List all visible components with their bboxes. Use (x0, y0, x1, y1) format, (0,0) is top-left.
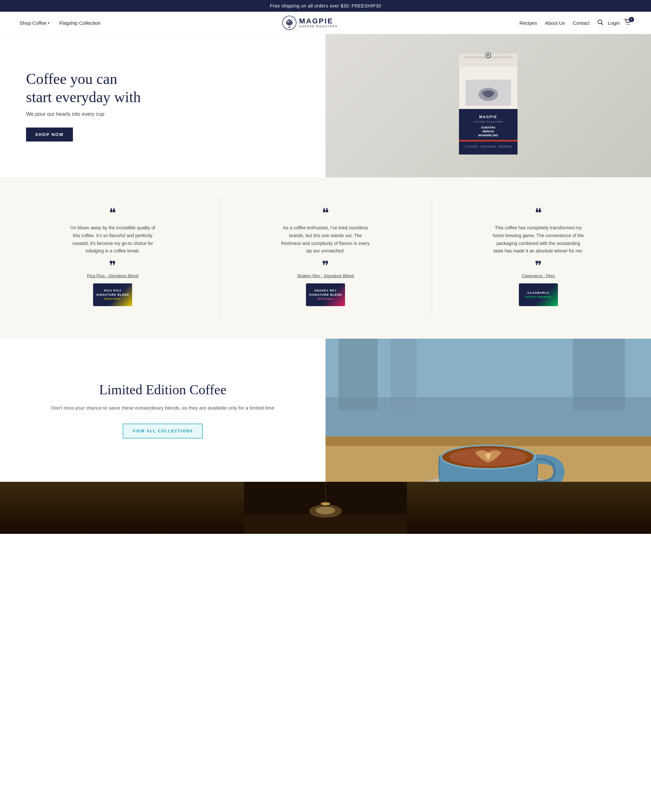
latte-scene-svg (326, 339, 651, 482)
promo-banner: Free shipping on all orders over $30: FR… (0, 0, 651, 12)
promo-text: Free shipping on all orders over $30: FR… (270, 3, 381, 8)
view-collections-button[interactable]: VIEW ALL COLLECTIONS (123, 424, 203, 438)
nav-left: Shop Coffee ▾ Flagship Collection (20, 20, 101, 26)
testimonial-card-1: ❝ I'm blown away by the incredible quali… (6, 197, 219, 319)
svg-point-41 (316, 507, 335, 514)
svg-text:COFFEE ROASTERS: COFFEE ROASTERS (473, 121, 503, 123)
hero-heading-line2: start everyday with (26, 89, 141, 105)
svg-point-1 (288, 21, 289, 23)
shop-now-button[interactable]: SHOP NOW (26, 128, 73, 142)
hero-product-image: MAGPIE COFFEE ROASTERS SUMATRA MERIAH MA… (326, 34, 651, 177)
login-label: Login (608, 20, 620, 26)
testimonial-text-2: As a coffee enthusiast, I've tried count… (280, 224, 371, 255)
limited-content: Limited Edition Coffee Don't miss your c… (0, 339, 326, 482)
coffee-bag-svg: MAGPIE COFFEE ROASTERS SUMATRA MERIAH MA… (446, 44, 530, 168)
svg-text:SUMATRA: SUMATRA (481, 126, 496, 129)
hero-background: MAGPIE COFFEE ROASTERS SUMATRA MERIAH MA… (326, 34, 651, 177)
search-button[interactable] (597, 19, 603, 27)
brand-sub: COFFEE ROASTERS (299, 25, 338, 28)
testimonial-product-image-2: SHAKEY REYSIGNATURE BLENDSEASONAL (306, 283, 345, 306)
svg-text:MERIAH: MERIAH (482, 130, 494, 133)
bottom-preview-section (0, 482, 651, 534)
testimonial-card-3: ❝ This coffee has completely transformed… (432, 197, 645, 319)
latte-background (326, 339, 651, 482)
logo-text: MAGPIE COFFEE ROASTERS (299, 17, 338, 28)
quote-close-icon-1: ❞ (109, 263, 116, 269)
bottom-preview-svg (244, 482, 407, 534)
nav-contact[interactable]: Contact (573, 20, 590, 26)
svg-text:MANDHELING: MANDHELING (478, 134, 498, 137)
flagship-label: Flagship Collection (59, 20, 101, 26)
chevron-down-icon: ▾ (48, 21, 49, 25)
main-nav: Shop Coffee ▾ Flagship Collection MAGPIE… (0, 12, 651, 34)
testimonial-product-link-3[interactable]: Cajamarca - Peru (522, 273, 555, 278)
recipes-label: Recipes (520, 20, 537, 26)
svg-text:12 OUNCES: 12 OUNCES (465, 145, 478, 148)
svg-point-5 (629, 24, 630, 25)
hero-cta-label: SHOP NOW (35, 132, 64, 137)
testimonial-card-2: ❝ As a coffee enthusiast, I've tried cou… (219, 197, 432, 319)
search-icon (597, 19, 603, 25)
nav-about[interactable]: About Us (545, 20, 565, 26)
nav-right: Recipes About Us Contact Login (520, 19, 631, 27)
about-label: About Us (545, 20, 565, 26)
svg-rect-19 (459, 142, 518, 154)
contact-label: Contact (573, 20, 590, 26)
view-collections-label: VIEW ALL COLLECTIONS (133, 429, 193, 433)
quote-open-icon-1: ❝ (109, 210, 116, 216)
hero-heading: Coffee you can start everyday with (26, 70, 300, 106)
svg-rect-30 (391, 339, 417, 410)
cart-button[interactable]: 0 (624, 19, 631, 27)
svg-rect-28 (326, 436, 651, 446)
quote-open-icon-2: ❝ (322, 210, 329, 216)
nav-shop-coffee[interactable]: Shop Coffee ▾ (20, 20, 49, 26)
svg-rect-31 (573, 339, 625, 410)
testimonials-section: ❝ I'm blown away by the incredible quali… (0, 177, 651, 339)
svg-text:MAGPIE: MAGPIE (479, 115, 497, 119)
svg-point-44 (321, 502, 330, 505)
nav-flagship[interactable]: Flagship Collection (59, 20, 101, 26)
bottom-interior (0, 482, 651, 534)
nav-recipes[interactable]: Recipes (520, 20, 537, 26)
hero-section: Coffee you can start everyday with We po… (0, 34, 651, 177)
hero-subtext: We pour our hearts into every cup (26, 111, 300, 117)
nav-icons: Login 0 (597, 19, 631, 27)
limited-subtext: Don't miss your chance to savor these ex… (26, 404, 300, 412)
quote-open-icon-3: ❝ (535, 210, 542, 216)
quote-close-icon-3: ❞ (535, 263, 542, 269)
logo-link[interactable]: MAGPIE COFFEE ROASTERS (282, 15, 338, 30)
testimonial-product-image-3: CAJAMARCASOUTH AMERICA (519, 283, 558, 306)
testimonial-text-1: I'm blown away by the incredible quality… (67, 224, 158, 255)
svg-text:285 GRAMS: 285 GRAMS (499, 145, 512, 148)
hero-heading-line1: Coffee you can (26, 70, 117, 87)
limited-coffee-image (326, 339, 651, 482)
testimonial-text-3: This coffee has completely transformed m… (493, 224, 584, 255)
shop-coffee-label: Shop Coffee (20, 20, 47, 26)
testimonial-product-link-1[interactable]: Pica Pica - Signature Blend (87, 273, 138, 278)
svg-point-4 (627, 24, 628, 25)
svg-point-2 (598, 20, 602, 24)
cart-count: 0 (629, 17, 634, 22)
svg-text:WHOLE BEAN: WHOLE BEAN (481, 145, 496, 148)
svg-rect-29 (339, 339, 377, 410)
hero-content: Coffee you can start everyday with We po… (0, 34, 326, 177)
svg-line-3 (602, 23, 603, 25)
limited-edition-section: Limited Edition Coffee Don't miss your c… (0, 339, 651, 482)
login-link[interactable]: Login (608, 20, 620, 26)
limited-heading: Limited Edition Coffee (26, 382, 300, 398)
testimonial-product-link-2[interactable]: Shakey Rey - Signature Blend (297, 273, 354, 278)
testimonial-product-image-1: PICA PICASIGNATURE BLENDSEASONAL (93, 283, 132, 306)
logo-bird-icon (282, 15, 296, 30)
brand-name: MAGPIE (299, 17, 338, 25)
quote-close-icon-2: ❞ (322, 263, 329, 269)
